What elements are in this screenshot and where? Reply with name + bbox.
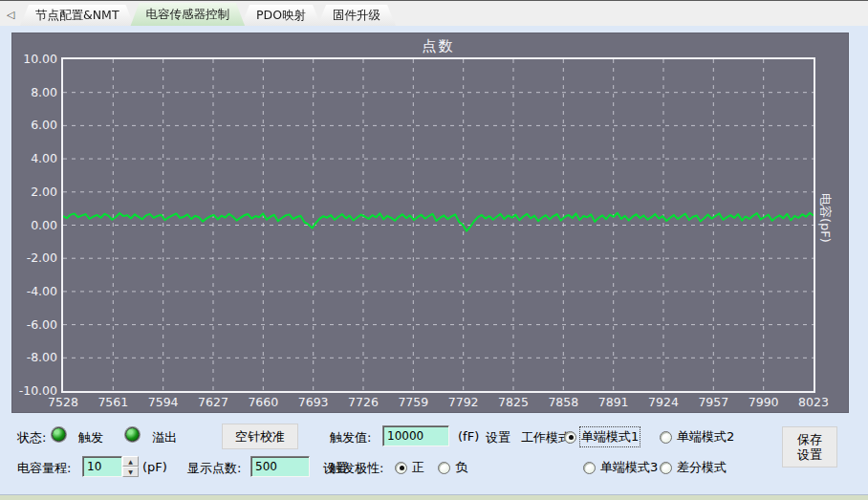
- cap-range-spinner: ▲ ▼: [122, 456, 139, 477]
- plot-area: [61, 57, 815, 393]
- radio-label: 单端模式2: [677, 428, 734, 446]
- tab-scroll-left-icon[interactable]: ◁: [3, 7, 18, 24]
- y-axis-title: 电容(pF): [816, 193, 834, 212]
- trigger-led-label: 触发: [78, 429, 103, 446]
- y-tick-label: 10.00: [16, 52, 57, 66]
- save-button-line2: 设置: [797, 447, 822, 463]
- radio-icon: [660, 431, 672, 444]
- trigger-led-icon: [52, 427, 66, 442]
- y-tick-label: -2.00: [16, 250, 57, 265]
- tab-bar: ◁ 节点配置&NMT 电容传感器控制 PDO映射 固件升级: [0, 0, 868, 26]
- radio-icon: [583, 462, 596, 474]
- radio-work-mode-1[interactable]: 单端模式1: [564, 428, 639, 446]
- x-tick-label: 7561: [92, 395, 134, 409]
- x-tick-label: 7528: [42, 395, 84, 409]
- y-tick-label: 8.00: [16, 85, 57, 99]
- overflow-led-icon: [125, 427, 140, 442]
- radio-selected-icon: [395, 462, 407, 474]
- x-tick-label: 7858: [542, 395, 584, 409]
- x-tick-label: 7957: [692, 395, 734, 409]
- tab-pdo-mapping[interactable]: PDO映射: [241, 5, 321, 26]
- x-tick-label: 7792: [443, 395, 485, 409]
- trigger-unit-label: (fF): [458, 429, 479, 444]
- y-tick-label: -6.00: [16, 317, 57, 332]
- x-tick-label: 7990: [743, 395, 785, 409]
- x-tick-label: 7825: [492, 395, 534, 409]
- control-bar: 状态: 触发 溢出 空针校准 触发值: (fF) 设置 工作模式: 单端模式1 …: [0, 413, 868, 494]
- y-tick-label: -8.00: [16, 350, 57, 364]
- x-tick-label: 7891: [593, 395, 635, 409]
- polarity-label: 触发极性:: [330, 460, 383, 477]
- y-tick-label: -4.00: [16, 284, 57, 298]
- signal-trace-chart: [63, 59, 814, 391]
- radio-label: 单端模式3: [600, 459, 658, 476]
- x-tick-label: 7627: [192, 395, 234, 409]
- cap-range-label: 电容量程:: [17, 460, 71, 477]
- trigger-value-label: 触发值:: [330, 429, 371, 446]
- x-tick-label: 7660: [242, 395, 284, 409]
- tab-node-config-nmt[interactable]: 节点配置&NMT: [20, 5, 135, 26]
- x-tick-label: 7924: [642, 395, 684, 409]
- radio-work-mode-4[interactable]: 差分模式: [660, 459, 727, 476]
- radio-work-mode-2[interactable]: 单端模式2: [660, 428, 734, 446]
- radio-label: 正: [412, 459, 424, 476]
- y-tick-label: 0.00: [16, 218, 57, 232]
- radio-icon: [438, 462, 450, 474]
- tab-firmware-upgrade[interactable]: 固件升级: [317, 5, 396, 26]
- x-tick-label: 8023: [792, 395, 835, 409]
- save-button-line1: 保存: [797, 432, 822, 447]
- chart-title: 点数: [61, 37, 815, 55]
- status-label: 状态:: [17, 429, 46, 446]
- radio-polarity-positive[interactable]: 正: [395, 459, 424, 476]
- tab-capacitive-sensor-control[interactable]: 电容传感器控制: [131, 3, 246, 26]
- trigger-set-button[interactable]: 设置: [486, 429, 510, 446]
- spin-up-button[interactable]: ▲: [122, 456, 139, 467]
- y-tick-label: 4.00: [16, 151, 57, 165]
- display-points-input[interactable]: [250, 456, 310, 477]
- chart-panel: 点数 10.008.006.004.002.000.00-2.00-4.00-6…: [11, 33, 849, 413]
- display-points-label: 显示点数:: [187, 460, 241, 477]
- radio-label: 单端模式1: [581, 428, 639, 446]
- window-bottom-edge: [0, 494, 868, 500]
- radio-icon: [660, 462, 672, 474]
- save-settings-button[interactable]: 保存 设置: [782, 426, 837, 467]
- x-tick-label: 7693: [293, 395, 335, 409]
- radio-selected-icon: [564, 431, 576, 444]
- radio-work-mode-3[interactable]: 单端模式3: [583, 459, 658, 476]
- y-tick-label: 6.00: [16, 118, 57, 132]
- x-tick-label: 7759: [392, 395, 434, 409]
- cap-range-input[interactable]: [82, 456, 122, 477]
- trigger-value-input[interactable]: [382, 425, 449, 446]
- overflow-led-label: 溢出: [152, 429, 177, 446]
- cap-range-unit-label: (pF): [142, 460, 167, 474]
- x-tick-label: 7726: [342, 395, 384, 409]
- y-tick-label: 2.00: [16, 185, 57, 199]
- spin-down-button[interactable]: ▼: [122, 467, 139, 477]
- radio-label: 差分模式: [677, 459, 727, 476]
- probe-calibration-button[interactable]: 空针校准: [222, 424, 298, 449]
- radio-polarity-negative[interactable]: 负: [438, 459, 467, 476]
- x-tick-label: 7594: [142, 395, 184, 409]
- radio-label: 负: [455, 459, 467, 476]
